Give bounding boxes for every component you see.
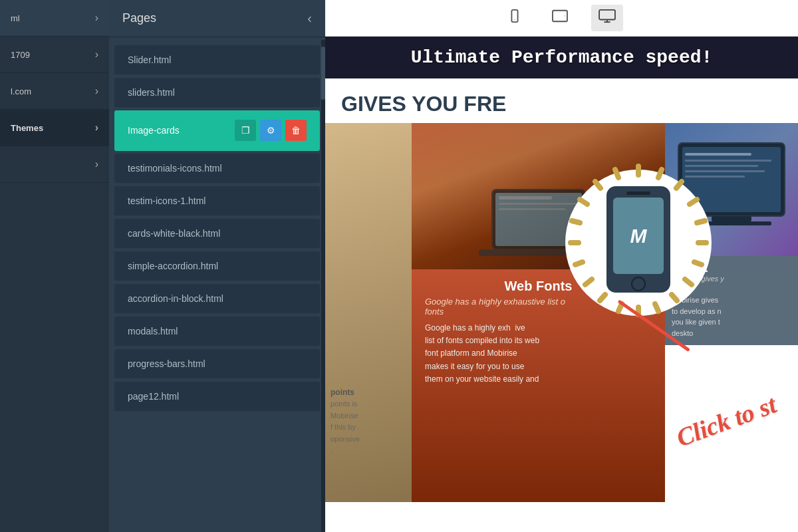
card-left: points points isMobirisef this byoponsiv… [325, 123, 412, 502]
web-fonts-body: Google has a highly exh ive list of font… [425, 322, 652, 386]
chevron-right-icon-themes: › [95, 122, 98, 134]
points-heading: points [331, 386, 406, 398]
page-item-label-image-cards: Image-cards [128, 125, 180, 136]
sidebar-item-3[interactable]: l.com › [0, 73, 109, 110]
page-item-label-sliders: sliders.html [128, 87, 175, 98]
pages-title: Pages [122, 11, 156, 25]
sidebar-item-themes[interactable]: Themes › [0, 110, 109, 146]
points-text: points isMobirisef this byoponsive. [331, 398, 406, 457]
svg-line-27 [697, 221, 705, 223]
svg-rect-0 [511, 10, 517, 22]
page-item-label-simple-accordion: simple-accordion.html [128, 261, 218, 271]
page-item-label-cards-wb: cards-white-black.html [128, 228, 220, 239]
sidebar: ml › 1709 › l.com › Themes › › [0, 0, 109, 532]
page-item-testim-icons-1[interactable]: testim-icons-1.html [114, 186, 320, 216]
page-item-label-testimonials: testimonials-icons.html [128, 163, 222, 174]
page-item-cards-white-black[interactable]: cards-white-black.html [114, 219, 320, 249]
chevron-right-icon-5: › [95, 158, 98, 170]
gives-section: GIVES YOU FRE [325, 78, 798, 123]
phone-home-button [631, 277, 646, 291]
page-item-label-modals: modals.html [128, 326, 178, 336]
copy-page-button[interactable]: ❐ [235, 120, 256, 141]
svg-line-39 [572, 221, 580, 223]
page-item-accordion-in-block[interactable]: accordion-in-block.html [114, 284, 320, 314]
delete-page-button[interactable]: 🗑 [285, 120, 307, 141]
phone-speaker [626, 192, 650, 195]
hero-banner: Ultimate Performance speed! [325, 37, 798, 78]
svg-line-32 [655, 304, 658, 311]
chevron-right-icon-2: › [95, 49, 98, 61]
pages-header: Pages ‹ [109, 0, 325, 37]
page-item-simple-accordion[interactable]: simple-accordion.html [114, 251, 320, 281]
circle-overlay: M [559, 163, 718, 323]
svg-line-24 [658, 170, 662, 178]
page-item-label-progress-bars: progress-bars.html [128, 358, 205, 369]
pages-list: Slider.html sliders.html Image-cards ❐ ⚙… [109, 37, 325, 532]
svg-line-29 [694, 262, 702, 265]
svg-line-37 [575, 262, 583, 265]
chevron-right-icon-3: › [95, 85, 98, 97]
sidebar-item-5[interactable]: › [0, 146, 109, 183]
page-item-label-slider: Slider.html [128, 55, 171, 65]
page-item-modals[interactable]: modals.html [114, 317, 320, 346]
svg-line-42 [615, 170, 618, 178]
svg-rect-15 [685, 153, 751, 156]
settings-page-button[interactable]: ⚙ [260, 120, 281, 141]
page-item-label-accordion-block: accordion-in-block.html [128, 293, 223, 304]
main-content: Ultimate Performance speed! GIVES YOU FR… [325, 0, 798, 532]
toolbar [325, 0, 798, 37]
close-pages-button[interactable]: ‹ [307, 11, 312, 26]
gives-title: GIVES YOU FRE [341, 92, 782, 116]
svg-rect-16 [685, 160, 771, 162]
page-item-progress-bars[interactable]: progress-bars.html [114, 349, 320, 379]
tablet-view-button[interactable] [545, 5, 575, 31]
desktop-view-button[interactable] [591, 5, 623, 31]
page-item-testimonials-icons[interactable]: testimonials-icons.html [114, 154, 320, 184]
cards-section: points points isMobirisef this byoponsiv… [325, 123, 798, 502]
chevron-right-icon-1: › [95, 12, 98, 24]
svg-rect-4 [599, 10, 615, 20]
sidebar-item-2[interactable]: 1709 › [0, 37, 109, 73]
sidebar-item-label-1: ml [11, 13, 20, 23]
page-item-image-cards[interactable]: Image-cards ❐ ⚙ 🗑 [114, 110, 320, 151]
sidebar-item-label-2: 1709 [11, 50, 30, 60]
page-item-label-page12: page12.html [128, 391, 179, 402]
page-item-actions: ❐ ⚙ 🗑 [235, 120, 307, 141]
points-section: points points isMobirisef this byoponsiv… [325, 381, 412, 462]
sidebar-item-1[interactable]: ml › [0, 0, 109, 37]
page-item-label-testim-icons: testim-icons-1.html [128, 196, 205, 206]
pages-panel: Pages ‹ Slider.html sliders.html Image-c… [109, 0, 325, 532]
webpage-preview: Ultimate Performance speed! GIVES YOU FR… [325, 37, 798, 532]
page-item-slider[interactable]: Slider.html [114, 45, 320, 75]
hero-title: Ultimate Performance speed! [341, 47, 782, 68]
sidebar-item-themes-label: Themes [11, 123, 43, 133]
sidebar-item-label-3: l.com [11, 86, 31, 96]
phone-screen: M [613, 198, 664, 274]
phone-device: M [606, 186, 670, 293]
mobile-view-button[interactable] [501, 5, 529, 31]
page-item-sliders[interactable]: sliders.html [114, 78, 320, 108]
preview-area: Ultimate Performance speed! GIVES YOU FR… [325, 37, 798, 532]
page-item-page12[interactable]: page12.html [114, 382, 320, 412]
